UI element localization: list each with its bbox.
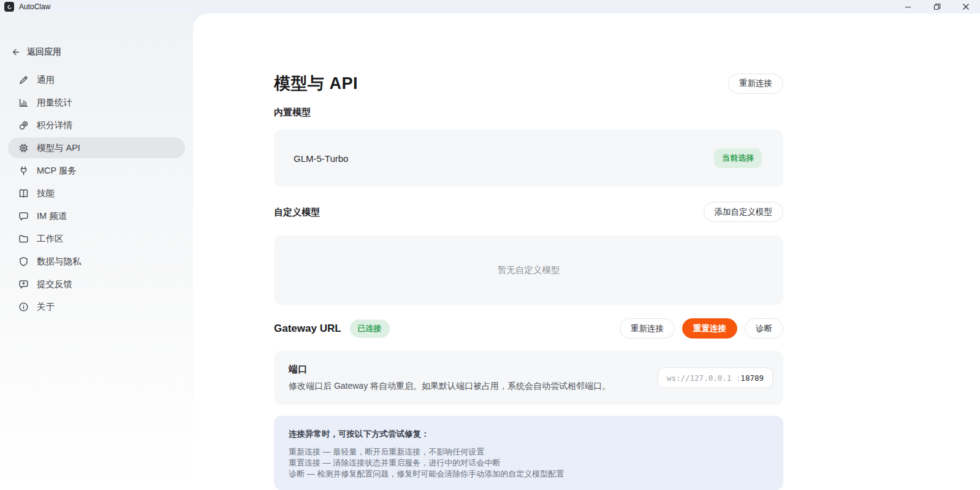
port-title: 端口 (289, 364, 610, 375)
chat-icon (18, 211, 29, 221)
add-custom-model-button[interactable]: 添加自定义模型 (704, 202, 784, 222)
help-title: 连接异常时，可按以下方式尝试修复： (289, 429, 769, 440)
sidebar-item-label: 提交反馈 (37, 278, 72, 290)
plug-icon (18, 166, 29, 176)
connected-status-badge: 已连接 (350, 320, 390, 338)
close-button[interactable] (951, 0, 980, 13)
port-card: 端口 修改端口后 Gateway 将自动重启。如果默认端口被占用，系统会自动尝试… (274, 351, 783, 405)
app-logo-icon (4, 2, 14, 12)
sidebar-item-label: 数据与隐私 (37, 256, 82, 267)
cpu-icon (18, 143, 29, 153)
restore-button[interactable] (922, 0, 951, 13)
gateway-diagnose-button[interactable]: 诊断 (745, 318, 783, 339)
sidebar-item-credits[interactable]: 积分详情 (8, 115, 185, 136)
main-panel: 模型与 API 重新连接 内置模型 GLM-5-Turbo 当前选择 自定义模型… (193, 13, 980, 490)
window-titlebar: AutoClaw (0, 0, 980, 13)
help-line-reconnect: 重新连接 — 最轻量，断开后重新连接，不影响任何设置 (289, 446, 769, 457)
connection-help-box: 连接异常时，可按以下方式尝试修复： 重新连接 — 最轻量，断开后重新连接，不影响… (274, 416, 783, 490)
sidebar-item-label: 工作区 (37, 233, 64, 245)
selected-badge: 当前选择 (714, 148, 762, 168)
pencil-icon (18, 75, 29, 85)
sidebar-item-label: 技能 (37, 188, 55, 199)
minimize-button[interactable] (894, 0, 922, 13)
sidebar-item-label: 通用 (37, 74, 55, 86)
feedback-icon (18, 279, 29, 289)
chart-icon (18, 98, 29, 108)
port-description: 修改端口后 Gateway 将自动重启。如果默认端口被占用，系统会自动尝试相邻端… (289, 381, 610, 392)
sidebar-item-label: MCP 服务 (37, 165, 77, 177)
settings-sidebar: 返回应用 通用 用量统计 积分详情 模型与 API (0, 13, 193, 490)
port-url-prefix: ws://127.0.0.1 : (667, 373, 740, 383)
sidebar-item-skills[interactable]: 技能 (8, 183, 185, 204)
sidebar-item-general[interactable]: 通用 (8, 69, 185, 90)
builtin-models-label: 内置模型 (274, 106, 783, 118)
model-name: GLM-5-Turbo (294, 153, 348, 164)
coins-icon (18, 120, 29, 131)
info-icon (18, 302, 29, 312)
sidebar-item-label: 关于 (37, 301, 55, 313)
sidebar-item-im-channels[interactable]: IM 频道 (8, 205, 185, 226)
custom-models-empty-card: 暂无自定义模型 (274, 235, 783, 305)
sidebar-item-workspace[interactable]: 工作区 (8, 228, 185, 249)
header-reconnect-button[interactable]: 重新连接 (728, 74, 783, 94)
sidebar-item-usage-stats[interactable]: 用量统计 (8, 92, 185, 113)
gateway-url-title: Gateway URL (274, 323, 341, 335)
book-icon (18, 188, 29, 199)
back-label: 返回应用 (27, 47, 61, 58)
help-line-reset: 重置连接 — 清除连接状态并重启服务，进行中的对话会中断 (289, 457, 769, 469)
sidebar-item-label: 模型与 API (37, 142, 80, 154)
help-line-diagnose: 诊断 — 检测并修复配置问题，修复时可能会清除你手动添加的自定义模型配置 (289, 469, 769, 480)
sidebar-item-feedback[interactable]: 提交反馈 (8, 274, 185, 294)
sidebar-item-about[interactable]: 关于 (8, 296, 185, 317)
back-arrow-icon (11, 47, 21, 57)
sidebar-item-label: 积分详情 (37, 120, 72, 131)
empty-text: 暂无自定义模型 (498, 264, 560, 276)
sidebar-item-mcp[interactable]: MCP 服务 (8, 160, 185, 181)
port-input[interactable]: ws://127.0.0.1 : 18789 (658, 367, 773, 388)
custom-models-label: 自定义模型 (274, 206, 320, 218)
sidebar-item-models-api[interactable]: 模型与 API (8, 137, 185, 158)
gateway-reconnect-button[interactable]: 重新连接 (620, 318, 675, 339)
app-title: AutoClaw (19, 2, 50, 11)
back-to-app-button[interactable]: 返回应用 (11, 46, 193, 58)
port-value[interactable]: 18789 (740, 373, 764, 383)
gateway-reset-button[interactable]: 重置连接 (682, 318, 737, 339)
sidebar-item-label: 用量统计 (37, 97, 72, 109)
builtin-model-card[interactable]: GLM-5-Turbo 当前选择 (274, 129, 783, 187)
window-controls (894, 0, 980, 13)
folder-icon (18, 234, 29, 244)
page-title: 模型与 API (274, 72, 358, 95)
sidebar-item-data-privacy[interactable]: 数据与隐私 (8, 251, 185, 272)
shield-icon (18, 256, 29, 267)
sidebar-item-label: IM 频道 (37, 210, 67, 222)
